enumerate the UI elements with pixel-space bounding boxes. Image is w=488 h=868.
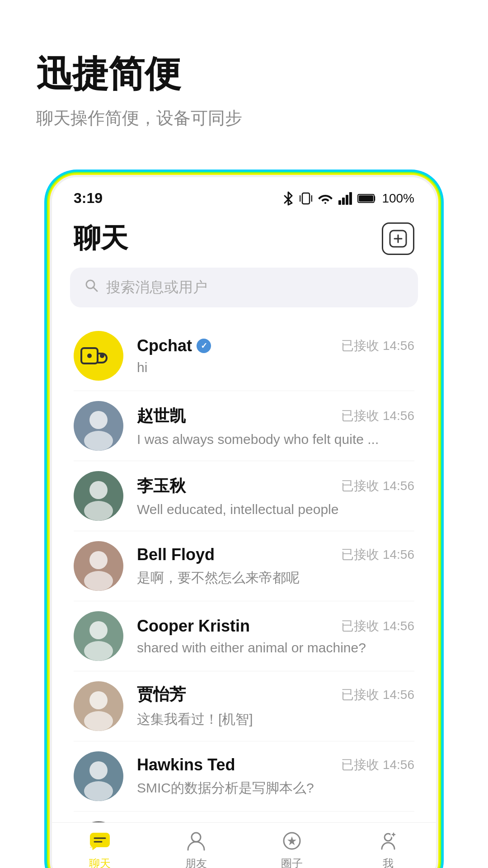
chat-item[interactable]: 贾怡芳 已接收 14:56 这集我看过！[机智] — [52, 671, 436, 741]
svg-point-19 — [89, 481, 108, 499]
wifi-icon — [318, 192, 333, 205]
chat-item[interactable]: 李玉秋 已接收 14:56 Well educated, intellectua… — [52, 461, 436, 531]
chat-meta: 已接收 14:56 — [341, 686, 414, 703]
avatar — [74, 471, 123, 521]
chat-preview: 是啊，要不然怎么来帝都呢 — [137, 569, 390, 587]
chat-name: 贾怡芳 — [137, 684, 186, 706]
nav-icon-chat — [88, 829, 112, 853]
bottom-nav: 聊天 朋友 圈子 — [52, 822, 436, 868]
search-placeholder: 搜索消息或用户 — [106, 278, 207, 297]
chat-meta: 已接收 14:56 — [341, 618, 414, 635]
battery-text: 100% — [382, 191, 414, 206]
svg-rect-5 — [346, 195, 348, 205]
status-bar: 3:19 — [52, 177, 436, 211]
svg-point-24 — [84, 641, 113, 661]
chat-name: Bell Floyd — [137, 545, 215, 564]
svg-point-34 — [192, 833, 201, 842]
svg-point-22 — [84, 571, 113, 591]
vibrate-icon — [300, 191, 312, 206]
svg-point-27 — [89, 761, 108, 779]
status-time: 3:19 — [74, 190, 103, 207]
svg-point-16 — [100, 354, 104, 358]
nav-icon-friends — [184, 829, 208, 853]
svg-rect-3 — [338, 200, 341, 205]
chat-item[interactable]: Bell Floyd 已接收 14:56 是啊，要不然怎么来帝都呢 — [52, 531, 436, 601]
chat-top-row: 贾怡芳 已接收 14:56 — [137, 684, 414, 706]
chat-meta: 已接收 14:56 — [341, 756, 414, 774]
nav-icon-circle — [280, 829, 304, 853]
app-header: 聊天 — [52, 211, 436, 268]
search-bar[interactable]: 搜索消息或用户 — [70, 268, 418, 307]
svg-point-15 — [87, 354, 92, 358]
chat-top-row: Cooper Kristin 已接收 14:56 — [137, 617, 414, 636]
battery-icon — [357, 193, 376, 203]
chat-preview: I was always somebody who felt quite ... — [137, 432, 390, 447]
svg-point-18 — [84, 431, 113, 451]
nav-label-me: 我 — [383, 856, 394, 868]
add-button[interactable] — [382, 222, 414, 255]
chat-list: Cpchat✓ 已接收 14:56 hi 赵世凯 已接收 14:56 I was… — [52, 316, 436, 868]
nav-label-friends: 朋友 — [185, 856, 207, 868]
chat-meta: 已接收 14:56 — [341, 337, 414, 354]
signal-icon — [338, 192, 352, 205]
chat-preview: hi — [137, 360, 390, 375]
svg-point-17 — [89, 411, 108, 429]
chat-item[interactable]: Hawkins Ted 已接收 14:56 SMIC的数据分析是写脚本么? — [52, 741, 436, 811]
chat-name: Hawkins Ted — [137, 755, 235, 774]
chat-top-row: Hawkins Ted 已接收 14:56 — [137, 755, 414, 774]
chat-preview: SMIC的数据分析是写脚本么? — [137, 779, 390, 797]
chat-name: Cooper Kristin — [137, 617, 250, 636]
chat-top-row: Cpchat✓ 已接收 14:56 — [137, 336, 414, 355]
verified-badge: ✓ — [197, 339, 211, 353]
chat-item[interactable]: 赵世凯 已接收 14:56 I was always somebody who … — [52, 391, 436, 461]
add-icon — [389, 230, 407, 248]
nav-label-chat: 聊天 — [89, 856, 111, 868]
chat-content: 贾怡芳 已接收 14:56 这集我看过！[机智] — [137, 684, 414, 729]
nav-label-circle: 圈子 — [281, 856, 303, 868]
chat-content: 李玉秋 已接收 14:56 Well educated, intellectua… — [137, 475, 414, 517]
svg-point-26 — [84, 711, 113, 731]
chat-top-row: 赵世凯 已接收 14:56 — [137, 405, 414, 427]
chat-content: Cooper Kristin 已接收 14:56 shared with eit… — [137, 617, 414, 656]
svg-rect-6 — [349, 192, 352, 205]
svg-rect-8 — [359, 195, 373, 202]
chat-top-row: 李玉秋 已接收 14:56 — [137, 475, 414, 497]
chat-preview: shared with either animal or machine? — [137, 640, 390, 656]
svg-point-21 — [89, 551, 108, 569]
nav-item-friends[interactable]: 朋友 — [166, 825, 226, 868]
chat-meta: 已接收 14:56 — [341, 477, 414, 495]
chat-name: 李玉秋 — [137, 475, 186, 497]
svg-rect-4 — [342, 198, 345, 205]
chat-preview: 这集我看过！[机智] — [137, 710, 390, 729]
chat-content: Hawkins Ted 已接收 14:56 SMIC的数据分析是写脚本么? — [137, 755, 414, 797]
avatar — [74, 401, 123, 451]
avatar — [74, 681, 123, 731]
svg-rect-31 — [90, 833, 110, 847]
svg-point-25 — [89, 691, 108, 709]
app-title: 聊天 — [74, 220, 128, 257]
page-title: 迅捷简便 — [36, 54, 452, 94]
chat-item[interactable]: Cooper Kristin 已接收 14:56 shared with eit… — [52, 601, 436, 671]
chat-meta: 已接收 14:56 — [341, 546, 414, 563]
chat-content: Bell Floyd 已接收 14:56 是啊，要不然怎么来帝都呢 — [137, 545, 414, 587]
nav-item-circle[interactable]: 圈子 — [262, 825, 322, 868]
search-icon — [84, 278, 99, 297]
page-header: 迅捷简便 聊天操作简便，设备可同步 — [0, 0, 488, 157]
avatar — [74, 751, 123, 801]
svg-line-13 — [93, 287, 97, 291]
avatar-cpchat — [74, 331, 123, 381]
svg-rect-0 — [302, 193, 310, 204]
chat-item[interactable]: Cpchat✓ 已接收 14:56 hi — [52, 321, 436, 391]
chat-name: 赵世凯 — [137, 405, 186, 427]
nav-item-me[interactable]: 我 — [358, 825, 418, 868]
nav-item-chat[interactable]: 聊天 — [70, 825, 130, 868]
svg-point-28 — [84, 781, 113, 801]
page-subtitle: 聊天操作简便，设备可同步 — [36, 107, 452, 130]
avatar — [74, 611, 123, 661]
chat-content: Cpchat✓ 已接收 14:56 hi — [137, 336, 414, 375]
chat-content: 赵世凯 已接收 14:56 I was always somebody who … — [137, 405, 414, 447]
bluetooth-icon — [282, 191, 294, 206]
chat-preview: Well educated, intellectual people — [137, 502, 390, 517]
svg-point-20 — [84, 501, 113, 521]
avatar — [74, 541, 123, 591]
